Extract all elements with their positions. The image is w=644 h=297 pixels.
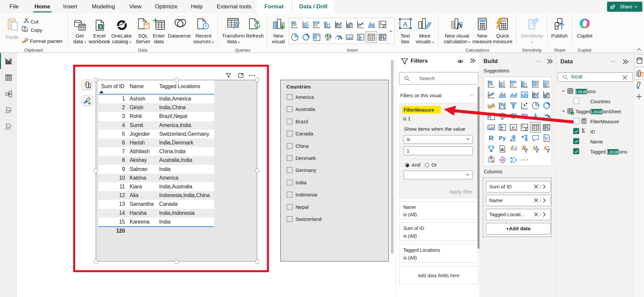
- svg-text:X: X: [99, 24, 102, 29]
- svg-text:A: A: [535, 145, 538, 149]
- svg-text:Py: Py: [499, 135, 506, 141]
- svg-text:fx: fx: [457, 22, 463, 29]
- svg-text:A: A: [403, 20, 408, 28]
- svg-text:DAX: DAX: [5, 111, 10, 114]
- svg-text:R: R: [489, 134, 494, 142]
- svg-text:TMDL: TMDL: [5, 128, 11, 130]
